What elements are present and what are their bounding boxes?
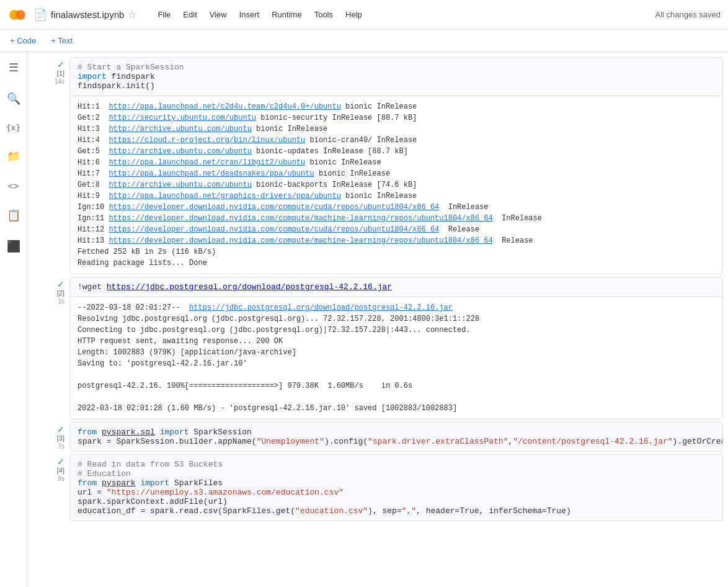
toolbar2: + Code + Text (0, 30, 728, 52)
sidebar-search-icon[interactable]: 🔍 (3, 88, 24, 109)
sidebar-variables-icon[interactable]: {x} (2, 119, 24, 136)
link-1[interactable]: http://ppa.launchpad.net/c2d4u.team/c2d4… (109, 102, 340, 111)
add-code-button[interactable]: + Code (5, 34, 41, 47)
notebook: ✓ [1] 14s # Start a SparkSession import … (27, 52, 728, 587)
svg-point-1 (16, 10, 25, 20)
cell-3-content[interactable]: from pyspark.sql import SparkSession spa… (69, 422, 723, 452)
link-4[interactable]: https://cloud.r-project.org/bin/linux/ub… (109, 136, 305, 145)
cell-3-label: [3] (57, 434, 64, 442)
cell-1-label: [1] (57, 69, 64, 77)
sidebar-code-icon[interactable]: <> (4, 177, 23, 195)
cell-1-gutter: ✓ [1] 14s (32, 57, 69, 274)
colab-logo (7, 5, 27, 25)
menu-insert[interactable]: Insert (234, 7, 265, 22)
link-11[interactable]: https://developer.download.nvidia.com/co… (109, 214, 492, 223)
cell-1-output: Hit:1 http://ppa.launchpad.net/c2d4u.tea… (70, 96, 722, 274)
cell-4: ✓ [4] 8s # Read in data from S3 Buckets … (27, 454, 728, 521)
cell-3: ✓ [3] 7s from pyspark.sql import SparkSe… (27, 422, 728, 452)
cell-4-input[interactable]: # Read in data from S3 Buckets # Educati… (70, 455, 722, 521)
link-10[interactable]: https://developer.download.nvidia.com/co… (109, 203, 439, 212)
add-text-button[interactable]: + Text (46, 34, 78, 47)
cell-2: ✓ [2] 1s !wget https://jdbc.postgresql.o… (27, 277, 728, 419)
cell-2-label: [2] (57, 289, 64, 297)
cell-4-check: ✓ (57, 457, 64, 467)
sidebar-snippets-icon[interactable]: 📋 (3, 205, 24, 226)
link-9[interactable]: http://ppa.launchpad.net/graphics-driver… (109, 192, 340, 200)
star-icon[interactable]: ☆ (128, 9, 136, 20)
cell-1-time: 14s (55, 78, 64, 85)
cell-4-content[interactable]: # Read in data from S3 Buckets # Educati… (69, 454, 723, 521)
sidebar-terminal-icon[interactable]: ⬛ (3, 236, 24, 257)
cell-4-label: [4] (57, 467, 64, 474)
cell-3-gutter: ✓ [3] 7s (32, 422, 69, 452)
notebook-title-area: 📄 finalawstest.ipynb ☆ (33, 8, 136, 22)
link-6[interactable]: http://ppa.launchpad.net/cran/libgit2/ub… (109, 158, 305, 167)
cell-2-time: 1s (58, 298, 64, 305)
link-5[interactable]: http://archive.ubuntu.com/ubuntu (109, 147, 251, 156)
main-area: ☰ 🔍 {x} 📁 <> 📋 ⬛ ✓ [1] 14s # Start a Spa… (0, 52, 728, 587)
cell-3-input[interactable]: from pyspark.sql import SparkSession spa… (70, 423, 722, 451)
link-13[interactable]: https://developer.download.nvidia.com/co… (109, 236, 492, 245)
notebook-doc-icon: 📄 (33, 8, 47, 22)
cell-2-status: ✓ (57, 279, 64, 289)
cell-1-content[interactable]: # Start a SparkSession import findspark … (69, 57, 723, 274)
cell-4-time: 8s (58, 475, 64, 482)
wget-link[interactable]: https://jdbc.postgresql.org/download/pos… (107, 282, 392, 292)
cell-2-input[interactable]: !wget https://jdbc.postgresql.org/downlo… (70, 277, 722, 297)
cell-3-status: ✓ (57, 424, 64, 434)
menu-tools[interactable]: Tools (309, 7, 338, 22)
menu-help[interactable]: Help (340, 7, 367, 22)
cell-2-content[interactable]: !wget https://jdbc.postgresql.org/downlo… (69, 277, 723, 419)
link-2[interactable]: http://security.ubuntu.com/ubuntu (109, 114, 256, 122)
menu-edit[interactable]: Edit (178, 7, 202, 22)
cell-1-input[interactable]: # Start a SparkSession import findspark … (70, 58, 722, 96)
menu-runtime[interactable]: Runtime (267, 7, 306, 22)
wget-output-link[interactable]: https://jdbc.postgresql.org/download/pos… (189, 303, 453, 312)
link-8[interactable]: http://archive.ubuntu.com/ubuntu (109, 181, 251, 189)
sidebar-files-icon[interactable]: 📁 (3, 146, 24, 167)
cell-2-check: ✓ (57, 279, 64, 289)
link-7[interactable]: http://ppa.launchpad.net/deadsnakes/ppa/… (109, 169, 314, 178)
sidebar-menu-icon[interactable]: ☰ (5, 57, 22, 78)
cell-3-time: 7s (58, 443, 64, 450)
topbar: 📄 finalawstest.ipynb ☆ File Edit View In… (0, 0, 728, 30)
cell-2-gutter: ✓ [2] 1s (32, 277, 69, 419)
cell-4-gutter: ✓ [4] 8s (32, 454, 69, 521)
notebook-title[interactable]: finalawstest.ipynb (51, 9, 124, 20)
menu-file[interactable]: File (153, 7, 175, 22)
cell-1-check: ✓ (57, 60, 64, 69)
cell-1-status: ✓ (57, 60, 64, 69)
left-sidebar: ☰ 🔍 {x} 📁 <> 📋 ⬛ (0, 52, 27, 587)
menubar: File Edit View Insert Runtime Tools Help (153, 7, 366, 22)
save-status: All changes saved (655, 10, 721, 19)
link-12[interactable]: https://developer.download.nvidia.com/co… (109, 225, 439, 234)
cell-2-output: --2022-03-18 02:01:27-- https://jdbc.pos… (70, 297, 722, 419)
link-3[interactable]: http://archive.ubuntu.com/ubuntu (109, 125, 251, 133)
menu-view[interactable]: View (205, 7, 232, 22)
cell-1: ✓ [1] 14s # Start a SparkSession import … (27, 57, 728, 274)
cell-4-status: ✓ (57, 457, 64, 467)
cell-3-check: ✓ (57, 424, 64, 434)
